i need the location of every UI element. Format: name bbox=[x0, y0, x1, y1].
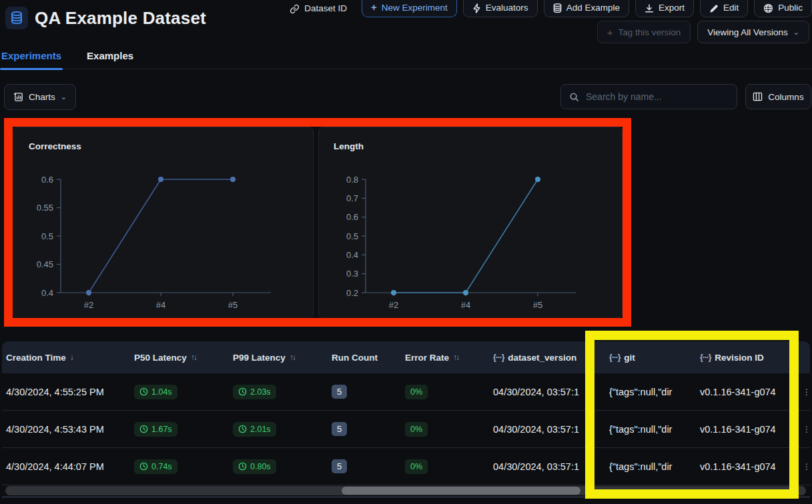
chart-icon bbox=[13, 92, 23, 102]
add-example-button[interactable]: Add Example bbox=[544, 0, 629, 17]
cell-creation-time: 4/30/2024, 4:55:25 PM bbox=[2, 387, 130, 397]
cell-run-count: 5 bbox=[328, 385, 401, 399]
cell-error-rate: 0% bbox=[401, 459, 489, 474]
chart-title: Length bbox=[319, 127, 622, 151]
cell-p99-latency: 2.03s bbox=[229, 385, 328, 399]
public-button[interactable]: Public bbox=[754, 0, 812, 17]
cell-revision-id: v0.1.16-341-g074 bbox=[696, 387, 796, 397]
clock-icon bbox=[238, 462, 247, 471]
braces-icon: {···} bbox=[609, 353, 620, 362]
cell-git: {"tags":null,"dir bbox=[605, 424, 696, 435]
y-tick-label: 0.6 bbox=[41, 175, 53, 185]
column-header-p50-latency[interactable]: P50 Latency↑↓ bbox=[130, 353, 229, 363]
sort-icon: ↑↓ bbox=[191, 353, 196, 362]
cell-creation-time: 4/30/2024, 4:44:07 PM bbox=[2, 461, 130, 472]
clock-icon bbox=[238, 387, 247, 396]
cell-creation-time: 4/30/2024, 4:53:43 PM bbox=[2, 424, 130, 435]
x-tick-label: #2 bbox=[389, 300, 398, 310]
cell-p99-latency: 0.80s bbox=[229, 459, 328, 474]
dataset-icon bbox=[5, 7, 28, 29]
data-point bbox=[391, 290, 396, 295]
y-tick-label: 0.45 bbox=[37, 259, 53, 269]
cell-dataset-version: 04/30/2024, 03:57:1 bbox=[489, 387, 605, 397]
export-button[interactable]: Export bbox=[635, 0, 694, 17]
page-title: QA Example Dataset bbox=[35, 8, 206, 29]
y-tick-label: 0.3 bbox=[346, 269, 358, 279]
sort-desc-icon: ↓ bbox=[70, 353, 73, 362]
versions-dropdown[interactable]: Viewing All Versions ⌄ bbox=[697, 21, 809, 43]
new-experiment-button[interactable]: + New Experiment bbox=[362, 0, 457, 17]
y-tick-label: 0.7 bbox=[346, 193, 358, 203]
evaluators-button[interactable]: Evaluators bbox=[463, 0, 538, 17]
data-line bbox=[89, 179, 233, 293]
chart-title: Correctness bbox=[14, 127, 313, 151]
cell-p50-latency: 1.04s bbox=[130, 385, 229, 399]
chart-card-length: Length 0.20.30.40.50.60.70.8#2#4#5 bbox=[318, 127, 623, 319]
column-header-error-rate[interactable]: Error Rate↑↓ bbox=[401, 353, 489, 363]
x-tick-label: #2 bbox=[84, 300, 93, 310]
cell-revision-id: v0.1.16-341-g074 bbox=[696, 461, 796, 472]
data-point bbox=[158, 177, 163, 182]
columns-button[interactable]: Columns bbox=[745, 84, 811, 109]
sort-icon: ↑↓ bbox=[290, 353, 295, 362]
table-body: 4/30/2024, 4:55:25 PM1.04s2.03s50%04/30/… bbox=[2, 373, 810, 485]
search-box bbox=[560, 84, 737, 109]
column-header-p99-latency[interactable]: P99 Latency↑↓ bbox=[229, 353, 328, 363]
data-point bbox=[463, 290, 468, 295]
cell-overflow: ⋮ bbox=[796, 387, 810, 397]
search-icon bbox=[569, 92, 579, 102]
search-input[interactable] bbox=[586, 91, 729, 102]
experiments-table: Creation Time↓P50 Latency↑↓P99 Latency↑↓… bbox=[2, 341, 810, 497]
braces-icon: {···} bbox=[493, 353, 504, 362]
length-line-chart: 0.20.30.40.50.60.70.8#2#4#5 bbox=[319, 157, 623, 317]
column-header-run-count[interactable]: Run Count bbox=[328, 353, 401, 363]
column-header-git[interactable]: {···}git bbox=[605, 353, 696, 363]
sort-icon: ↑↓ bbox=[453, 353, 458, 362]
column-header-revision-id[interactable]: {···}Revision ID bbox=[696, 353, 796, 363]
y-tick-label: 0.4 bbox=[346, 250, 358, 260]
column-header-dataset-version[interactable]: {···}dataset_version bbox=[489, 353, 605, 363]
table-row[interactable]: 4/30/2024, 4:53:43 PM1.67s2.01s50%04/30/… bbox=[2, 411, 810, 448]
y-tick-label: 0.5 bbox=[41, 231, 53, 241]
clock-icon bbox=[139, 387, 148, 396]
dataset-header: QA Example Dataset bbox=[5, 7, 206, 29]
tab-bar: Experiments Examples bbox=[0, 50, 812, 69]
top-toolbar: Dataset ID + New Experiment Evaluators A… bbox=[281, 0, 812, 17]
cell-git: {"tags":null,"dir bbox=[605, 461, 696, 472]
data-point bbox=[535, 177, 540, 182]
database-icon bbox=[553, 3, 562, 13]
dataset-id-button[interactable]: Dataset ID bbox=[281, 0, 356, 17]
tag-version-button[interactable]: + Tag this version bbox=[597, 21, 691, 43]
cell-overflow: ⋮ bbox=[796, 425, 810, 434]
data-point bbox=[86, 290, 91, 295]
charts-dropdown-button[interactable]: Charts ⌄ bbox=[4, 84, 76, 110]
table-row[interactable]: 4/30/2024, 4:55:25 PM1.04s2.03s50%04/30/… bbox=[2, 373, 810, 411]
clock-icon bbox=[238, 425, 247, 433]
tab-experiments[interactable]: Experiments bbox=[1, 50, 61, 69]
edit-button[interactable]: Edit bbox=[700, 0, 748, 17]
tab-examples[interactable]: Examples bbox=[87, 50, 133, 69]
y-tick-label: 0.4 bbox=[41, 288, 53, 298]
lightning-icon bbox=[472, 3, 481, 13]
y-tick-label: 0.55 bbox=[37, 203, 53, 213]
cell-run-count: 5 bbox=[328, 422, 401, 436]
column-header-creation-time[interactable]: Creation Time↓ bbox=[2, 353, 130, 363]
horizontal-scrollbar[interactable] bbox=[5, 486, 806, 495]
cell-git: {"tags":null,"dir bbox=[605, 387, 696, 397]
cell-error-rate: 0% bbox=[401, 422, 489, 437]
controls-row: Charts ⌄ Columns bbox=[0, 84, 812, 109]
y-tick-label: 0.2 bbox=[346, 288, 358, 298]
version-controls: + Tag this version Viewing All Versions … bbox=[597, 21, 809, 43]
plus-icon: + bbox=[371, 1, 377, 13]
scrollbar-thumb[interactable] bbox=[342, 487, 580, 495]
cell-revision-id: v0.1.16-341-g074 bbox=[696, 424, 796, 435]
table-row[interactable]: 4/30/2024, 4:44:07 PM0.74s0.80s50%04/30/… bbox=[2, 448, 810, 485]
table-header-row: Creation Time↓P50 Latency↑↓P99 Latency↑↓… bbox=[2, 341, 810, 373]
cell-run-count: 5 bbox=[328, 459, 401, 473]
cell-p99-latency: 2.01s bbox=[229, 422, 328, 437]
y-tick-label: 0.8 bbox=[346, 175, 358, 185]
pencil-icon bbox=[709, 4, 719, 13]
braces-icon: {···} bbox=[700, 353, 711, 362]
data-line bbox=[394, 179, 538, 293]
columns-icon bbox=[753, 92, 763, 101]
